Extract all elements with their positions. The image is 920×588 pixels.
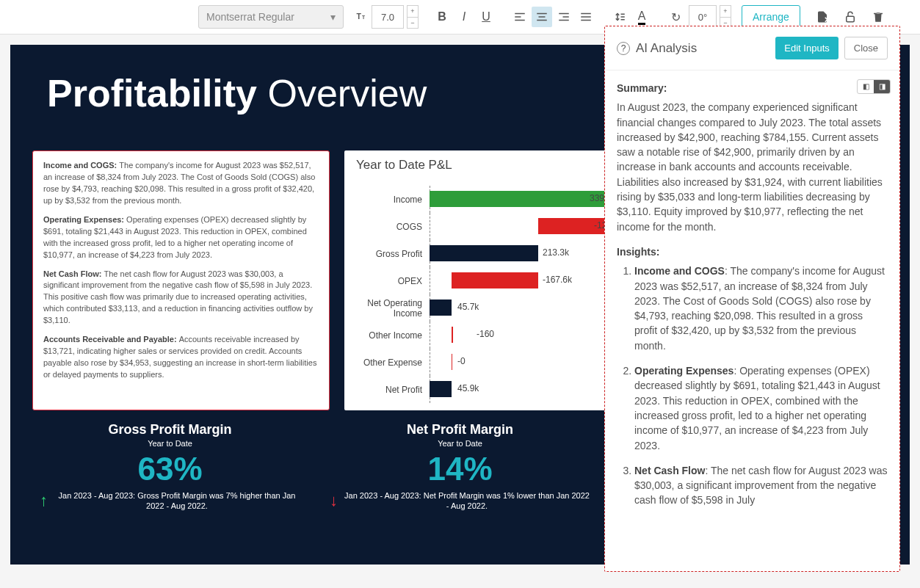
export-icon[interactable]: [812, 7, 833, 27]
metric-value: 63%: [32, 451, 308, 487]
trend-up-icon: ↑: [40, 490, 48, 512]
insight-item: Income and COGS: The company's income fo…: [634, 264, 888, 353]
font-size-input[interactable]: [372, 5, 404, 29]
chart-row-label: COGS: [356, 222, 430, 232]
font-name: Montserrat Regular: [206, 11, 294, 23]
view-toggle[interactable]: ◧ ◨: [857, 79, 891, 94]
chart-row-label: Other Income: [356, 330, 430, 341]
underline-button[interactable]: U: [476, 7, 496, 27]
align-center-button[interactable]: [532, 7, 552, 27]
chart-row-value: -167.6k: [543, 275, 572, 285]
step-down-icon[interactable]: −: [408, 18, 418, 29]
layout-left-icon[interactable]: ◧: [858, 80, 874, 93]
chart-row-label: Income: [356, 195, 430, 205]
trend-down-icon: ↓: [330, 490, 338, 512]
line-spacing-button[interactable]: [609, 7, 630, 27]
chart-row-value: 45.7k: [457, 302, 479, 312]
align-justify-button[interactable]: [576, 7, 596, 27]
metric-subtitle: Year to Date: [32, 439, 308, 448]
trash-icon[interactable]: [868, 7, 888, 27]
bold-button[interactable]: B: [432, 7, 452, 27]
ai-analysis-panel: ? AI Analysis Edit Inputs Close ◧ ◨ Summ…: [604, 26, 900, 572]
metric-card: Net Profit Margin Year to Date 14% ↓Jan …: [322, 422, 598, 512]
step-up-icon[interactable]: +: [720, 6, 731, 18]
summary-text: In August 2023, the company experienced …: [617, 100, 888, 234]
metric-desc: Jan 2023 - Aug 2023: Net Profit Margin w…: [344, 490, 590, 512]
metric-subtitle: Year to Date: [322, 439, 598, 448]
ai-body[interactable]: ◧ ◨ Summary: In August 2023, the company…: [605, 70, 899, 571]
metric-title: Gross Profit Margin: [32, 422, 308, 438]
summary-heading: Summary:: [617, 81, 888, 95]
title-light: Overview: [257, 72, 427, 115]
svg-text:T: T: [357, 11, 362, 20]
font-size-icon: TT: [355, 9, 369, 26]
edit-inputs-button[interactable]: Edit Inputs: [775, 37, 838, 59]
font-color-button[interactable]: A: [631, 7, 652, 27]
chart-row-label: OPEX: [356, 276, 430, 286]
lock-icon[interactable]: [840, 7, 861, 27]
insight-item: Net Cash Flow: The net cash flow for Aug…: [634, 463, 888, 508]
selected-text-block[interactable]: Income and COGS: The company's income fo…: [32, 150, 330, 410]
italic-button[interactable]: I: [454, 7, 474, 27]
close-button[interactable]: Close: [844, 37, 888, 59]
metric-value: 14%: [322, 451, 598, 487]
chart-row-label: Other Expense: [356, 357, 430, 368]
metric-title: Net Profit Margin: [322, 422, 598, 438]
align-right-button[interactable]: [554, 7, 574, 27]
metric-card: Gross Profit Margin Year to Date 63% ↑Ja…: [32, 422, 308, 512]
chart-row-label: Gross Profit: [356, 249, 430, 259]
title-bold: Profitability: [47, 72, 257, 115]
svg-text:T: T: [362, 14, 366, 19]
align-left-button[interactable]: [510, 7, 530, 27]
svg-rect-18: [847, 16, 855, 22]
chart-row-value: -160: [477, 329, 494, 339]
font-select[interactable]: Montserrat Regular ▾: [198, 5, 344, 29]
insights-heading: Insights:: [617, 244, 888, 259]
layout-right-icon[interactable]: ◨: [874, 80, 890, 93]
insight-item: Operating Expenses: Operating expenses (…: [634, 363, 888, 453]
chevron-down-icon: ▾: [330, 11, 336, 23]
panel-title: AI Analysis: [636, 41, 697, 56]
chart-row-value: 213.3k: [543, 247, 569, 258]
rotate-icon[interactable]: ↻: [665, 7, 686, 27]
chart-row-label: Net Operating Income: [356, 298, 430, 319]
step-up-icon[interactable]: +: [408, 6, 418, 18]
chart-row-value: -0: [457, 356, 466, 366]
help-icon[interactable]: ?: [617, 42, 630, 55]
chart-row-label: Net Profit: [356, 385, 430, 395]
metric-desc: Jan 2023 - Aug 2023: Gross Profit Margin…: [54, 490, 300, 512]
chart-row-value: 339: [590, 193, 604, 203]
chart-row-value: 45.9k: [457, 383, 479, 393]
size-stepper[interactable]: +−: [407, 5, 419, 29]
